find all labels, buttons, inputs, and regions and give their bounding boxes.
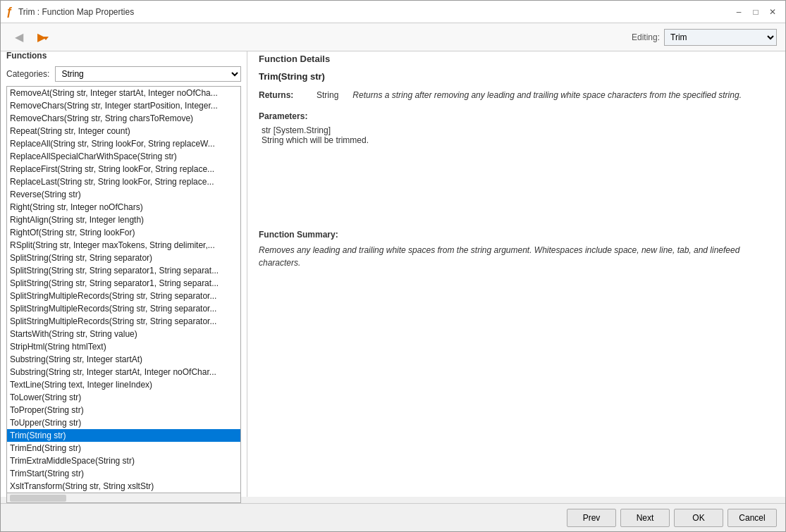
parameters-label: Parameters: bbox=[259, 111, 774, 121]
left-panel: Functions Categories: String RemoveAt(St… bbox=[1, 51, 247, 497]
functions-list[interactable]: RemoveAt(String str, Integer startAt, In… bbox=[6, 86, 241, 493]
main-window: ƒ Trim : Function Map Properties – □ ✕ ◀… bbox=[0, 0, 786, 532]
list-item[interactable]: TrimEnd(String str) bbox=[7, 442, 240, 454]
function-signature: Trim(String str) bbox=[259, 71, 774, 82]
horizontal-scrollbar[interactable] bbox=[6, 493, 241, 503]
list-item[interactable]: RightOf(String str, String lookFor) bbox=[7, 226, 240, 239]
returns-row: Returns: String Returns a string after r… bbox=[259, 90, 774, 100]
back-icon: ◀ bbox=[15, 30, 23, 44]
categories-row: Categories: String bbox=[6, 66, 241, 82]
prev-button[interactable]: Prev bbox=[567, 509, 616, 527]
returns-desc: Returns a string after removing any lead… bbox=[352, 90, 774, 100]
list-item[interactable]: Repeat(String str, Integer count) bbox=[7, 125, 240, 137]
list-item[interactable]: ReplaceFirst(String str, String lookFor,… bbox=[7, 163, 240, 175]
cancel-button[interactable]: Cancel bbox=[727, 509, 777, 527]
function-signature-section: Trim(String str) Returns: String Returns… bbox=[259, 71, 774, 100]
editing-select[interactable]: Trim bbox=[664, 29, 777, 46]
list-item[interactable]: Substring(String str, Integer startAt) bbox=[7, 353, 240, 366]
title-bar: ƒ Trim : Function Map Properties – □ ✕ bbox=[1, 1, 785, 23]
summary-text: Removes any leading and trailing white s… bbox=[259, 244, 774, 269]
list-item[interactable]: ReplaceLast(String str, String lookFor, … bbox=[7, 175, 240, 188]
categories-select[interactable]: String bbox=[55, 66, 241, 82]
list-item[interactable]: SplitString(String str, String separator… bbox=[7, 264, 240, 277]
list-item[interactable]: TrimExtraMiddleSpace(String str) bbox=[7, 454, 240, 467]
list-item[interactable]: RemoveAt(String str, Integer startAt, In… bbox=[7, 87, 240, 99]
list-item[interactable]: SplitString(String str, String separator… bbox=[7, 252, 240, 264]
list-item[interactable]: RSplit(String str, Integer maxTokens, St… bbox=[7, 239, 240, 252]
right-panel: Function Details Trim(String str) Return… bbox=[247, 51, 785, 497]
list-item[interactable]: Trim(String str) bbox=[7, 429, 240, 442]
minimize-button[interactable]: – bbox=[732, 5, 746, 19]
list-item[interactable]: Substring(String str, Integer startAt, I… bbox=[7, 366, 240, 378]
window-title: Trim : Function Map Properties bbox=[18, 7, 134, 17]
parameters-content: str [System.String] String which will be… bbox=[262, 125, 774, 145]
list-item[interactable]: RemoveChars(String str, Integer startPos… bbox=[7, 99, 240, 112]
list-item[interactable]: RightAlign(String str, Integer length) bbox=[7, 214, 240, 226]
title-bar-controls: – □ ✕ bbox=[732, 5, 780, 19]
list-item[interactable]: Right(String str, Integer noOfChars) bbox=[7, 201, 240, 214]
list-item[interactable]: RemoveChars(String str, String charsToRe… bbox=[7, 112, 240, 125]
list-item[interactable]: XsltTransform(String str, String xsltStr… bbox=[7, 480, 240, 493]
back-button[interactable]: ◀ bbox=[9, 27, 29, 47]
summary-label: Function Summary: bbox=[259, 230, 774, 240]
list-item[interactable]: ReplaceAllSpecialCharWithSpace(String st… bbox=[7, 150, 240, 163]
returns-label: Returns: bbox=[259, 90, 308, 100]
dropdown-arrow-icon bbox=[40, 32, 49, 44]
close-button[interactable]: ✕ bbox=[766, 5, 780, 19]
list-item[interactable]: SplitStringMultipleRecords(String str, S… bbox=[7, 290, 240, 302]
returns-type: String bbox=[317, 90, 338, 100]
forward-button[interactable]: ▶ bbox=[32, 27, 51, 47]
param-name: str [System.String] bbox=[262, 125, 774, 135]
list-item[interactable]: ToUpper(String str) bbox=[7, 416, 240, 429]
list-item[interactable]: ReplaceAll(String str, String lookFor, S… bbox=[7, 137, 240, 150]
toolbar-left: ◀ ▶ bbox=[9, 27, 51, 47]
footer: Prev Next OK Cancel bbox=[1, 503, 785, 531]
list-item[interactable]: SplitString(String str, String separator… bbox=[7, 277, 240, 290]
param-desc: String which will be trimmed. bbox=[262, 135, 774, 145]
list-item[interactable]: StripHtml(String htmlText) bbox=[7, 340, 240, 353]
main-content: Functions Categories: String RemoveAt(St… bbox=[1, 51, 785, 503]
list-item[interactable]: TextLine(String text, Integer lineIndex) bbox=[7, 378, 240, 391]
list-item[interactable]: SplitStringMultipleRecords(String str, S… bbox=[7, 315, 240, 328]
editing-label: Editing: bbox=[632, 32, 660, 42]
list-item[interactable]: SplitStringMultipleRecords(String str, S… bbox=[7, 302, 240, 315]
functions-list-wrap: RemoveAt(String str, Integer startAt, In… bbox=[6, 86, 241, 503]
toolbar-right: Editing: Trim bbox=[632, 29, 777, 46]
list-item[interactable]: ToLower(String str) bbox=[7, 391, 240, 404]
toolbar: ◀ ▶ Editing: Trim bbox=[1, 23, 785, 51]
categories-label: Categories: bbox=[6, 69, 49, 79]
list-item[interactable]: StartsWith(String str, String value) bbox=[7, 328, 240, 340]
app-icon: ƒ bbox=[6, 6, 13, 18]
function-details-title: Function Details bbox=[259, 54, 774, 64]
list-item[interactable]: Reverse(String str) bbox=[7, 188, 240, 201]
ok-button[interactable]: OK bbox=[674, 509, 723, 527]
functions-panel-title: Functions bbox=[6, 51, 241, 61]
list-item[interactable]: ToProper(String str) bbox=[7, 404, 240, 416]
next-button[interactable]: Next bbox=[620, 509, 670, 527]
title-bar-left: ƒ Trim : Function Map Properties bbox=[6, 6, 134, 18]
list-item[interactable]: TrimStart(String str) bbox=[7, 467, 240, 480]
maximize-button[interactable]: □ bbox=[749, 5, 763, 19]
summary-section: Function Summary: Removes any leading an… bbox=[259, 230, 774, 269]
parameters-section: Parameters: str [System.String] String w… bbox=[259, 111, 774, 145]
